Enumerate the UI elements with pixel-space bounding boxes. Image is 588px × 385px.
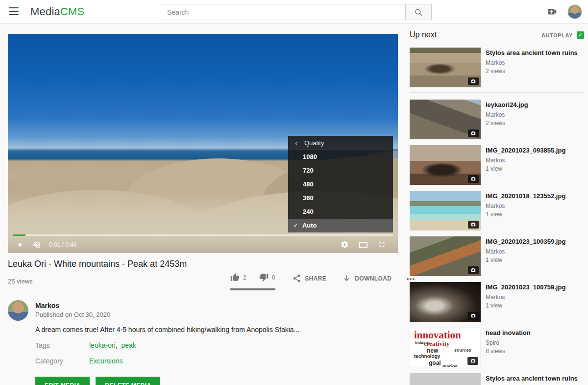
video-add-icon [547, 6, 558, 17]
category-value: Excursions [89, 357, 122, 365]
up-next-item-6[interactable]: IMG_20201023_100759.jpg Markos 1 view [410, 282, 584, 322]
media-thumbnail[interactable] [410, 191, 481, 231]
media-title[interactable]: leykaori24.jpg [486, 101, 528, 109]
search-icon [414, 8, 423, 17]
settings-button[interactable] [338, 238, 351, 251]
video-player[interactable]: ‹ Quality 1080 720 480 360 240 ✓ Auto [8, 34, 398, 253]
share-label: SHARE [305, 275, 326, 282]
action-bar: 2 0 SHARE [230, 273, 415, 290]
media-thumbnail[interactable] [410, 48, 481, 87]
time-display: 0:01 / 0:46 [49, 241, 77, 248]
logo-text-media: Media [30, 5, 60, 18]
media-author: Markos [486, 294, 565, 301]
view-count: 25 views [8, 278, 33, 285]
author-avatar[interactable] [8, 300, 28, 321]
up-next-item-3[interactable]: IMG_20201023_093855.jpg Markos 1 view [410, 145, 584, 185]
mute-button[interactable] [30, 238, 43, 251]
edit-media-button[interactable]: EDIT MEDIA [35, 377, 90, 385]
media-author: Markos [486, 248, 565, 255]
wordcloud-word: goal [429, 359, 441, 366]
media-thumbnail[interactable] [410, 100, 481, 139]
tag-link-leuka-ori[interactable]: leuka-ori [89, 341, 116, 349]
like-button[interactable]: 2 [230, 273, 246, 282]
up-next-item-5[interactable]: IMG_20201023_100359.jpg Markos 1 view [410, 236, 584, 276]
download-button[interactable]: DOWNLOAD [342, 274, 392, 289]
gear-icon [341, 240, 349, 249]
quality-option-auto[interactable]: ✓ Auto [288, 219, 393, 232]
page-title: Leuka Ori - White mountains - Peak at 24… [8, 259, 351, 269]
divider [410, 92, 584, 93]
media-views: 1 view [486, 257, 565, 263]
category-link-excursions[interactable]: Excursions [89, 357, 122, 365]
media-author: Markos [486, 111, 528, 118]
autoplay-checkbox[interactable]: ✓ [577, 31, 584, 39]
media-author: Spiro [486, 339, 531, 346]
thumbs-up-icon [230, 273, 240, 282]
media-views: 8 views [486, 348, 531, 355]
up-next-item-7[interactable]: innovation industry creativity new sourc… [410, 328, 584, 367]
play-button[interactable] [14, 238, 26, 251]
media-title[interactable]: IMG_20201023_100359.jpg [486, 238, 565, 246]
top-navigation-bar: MediaCMS [0, 0, 588, 24]
quality-option-360[interactable]: 360 [288, 191, 393, 205]
media-views: 2 views [486, 68, 578, 75]
up-next-item-4[interactable]: IMG_20201018_123552.jpg Markos 1 view [410, 191, 584, 231]
media-views: 1 view [486, 211, 565, 218]
media-thumbnail[interactable] [410, 373, 481, 385]
share-button[interactable]: SHARE [292, 274, 326, 289]
camera-badge-icon [468, 77, 479, 85]
user-avatar[interactable] [567, 4, 582, 19]
category-label: Category [35, 357, 63, 365]
tag-link-peak[interactable]: peak [121, 341, 136, 349]
wordcloud-word: technology [414, 354, 440, 359]
quality-option-1080[interactable]: 1080 [288, 150, 393, 164]
media-thumbnail[interactable] [410, 236, 481, 276]
camera-badge-icon [468, 221, 479, 229]
up-next-item-8[interactable]: Stylos area ancient town ruins [410, 373, 584, 385]
media-title[interactable]: IMG_20201018_123552.jpg [486, 192, 565, 200]
autoplay-control: AUTOPLAY ✓ [541, 31, 584, 39]
fullscreen-icon [378, 240, 386, 249]
quality-menu-header[interactable]: ‹ Quality [288, 136, 393, 150]
search-button[interactable] [405, 4, 432, 20]
menu-icon[interactable] [9, 7, 19, 15]
up-next-title: Up next [410, 30, 437, 39]
media-description: A dream comes true! After 4-5 hours of c… [35, 326, 378, 334]
theater-mode-button[interactable] [357, 238, 369, 251]
camera-badge-icon [468, 312, 479, 320]
media-title[interactable]: IMG_20201023_093855.jpg [486, 147, 565, 154]
author-name[interactable]: Markos [35, 302, 59, 309]
media-views: 1 view [486, 302, 565, 309]
media-thumbnail[interactable] [410, 145, 481, 185]
app-logo[interactable]: MediaCMS [30, 5, 84, 18]
media-views: 1 view [486, 165, 565, 172]
download-icon [342, 274, 351, 283]
dislike-button[interactable]: 0 [259, 273, 275, 282]
search-input[interactable] [161, 4, 405, 20]
dislike-count: 0 [272, 274, 275, 281]
up-next-item-2[interactable]: leykaori24.jpg Markos 2 views [410, 100, 584, 139]
media-thumbnail[interactable]: innovation industry creativity new sourc… [410, 328, 481, 367]
up-next-item-1[interactable]: Stylos area ancient town ruins Markos 2 … [410, 48, 584, 87]
theater-mode-icon [359, 242, 368, 248]
media-title[interactable]: Stylos area ancient town ruins [486, 375, 578, 383]
delete-media-button[interactable]: DELETE MEDIA [96, 377, 160, 385]
upload-media-button[interactable] [547, 6, 558, 17]
media-thumbnail[interactable] [410, 282, 481, 322]
camera-badge-icon [468, 129, 479, 137]
quality-option-240[interactable]: 240 [288, 205, 393, 219]
fullscreen-button[interactable] [375, 238, 388, 251]
camera-badge-icon [468, 266, 479, 274]
media-title[interactable]: Stylos area ancient town ruins [486, 49, 578, 57]
media-title[interactable]: head inovation [486, 329, 531, 337]
player-controls: 0:01 / 0:46 [8, 236, 398, 253]
quality-option-720[interactable]: 720 [288, 164, 393, 178]
tags-label: Tags [35, 341, 50, 349]
media-author: Markos [486, 203, 565, 209]
up-next-sidebar: Up next AUTOPLAY ✓ Stylos area ancient t… [410, 24, 584, 385]
media-title[interactable]: IMG_20201023_100759.jpg [486, 283, 565, 291]
wordcloud-word: creativity [424, 340, 449, 348]
chevron-left-icon: ‹ [295, 139, 297, 147]
tag-separator: , [116, 341, 118, 349]
quality-option-480[interactable]: 480 [288, 178, 393, 191]
